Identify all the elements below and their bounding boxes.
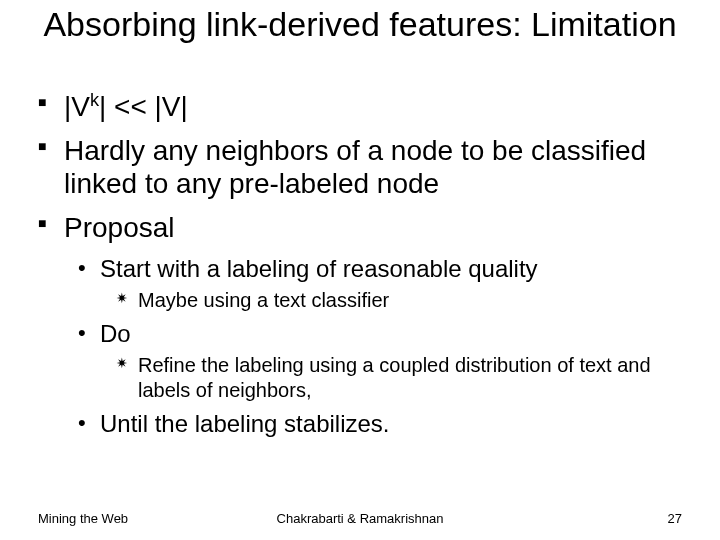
bullet-3b1-text: Refine the labeling using a coupled dist… — [138, 354, 651, 401]
bullet-1-text-post: | << |V| — [99, 91, 188, 122]
bullet-2-text: Hardly any neighbors of a node to be cla… — [64, 135, 646, 200]
bullet-3a1-text: Maybe using a text classifier — [138, 289, 389, 311]
bullet-3a1: Maybe using a text classifier — [116, 288, 682, 313]
bullet-3-text: Proposal — [64, 212, 175, 243]
bullet-3: Proposal — [38, 211, 682, 245]
footer: Mining the Web Chakrabarti & Ramakrishna… — [0, 511, 720, 526]
footer-left: Mining the Web — [38, 511, 128, 526]
bullet-3a-text: Start with a labeling of reasonable qual… — [100, 255, 538, 282]
slide-title: Absorbing link-derived features: Limitat… — [0, 6, 720, 43]
bullet-3c: Until the labeling stabilizes. — [78, 409, 682, 439]
bullet-1-sup: k — [90, 90, 99, 110]
slide: Absorbing link-derived features: Limitat… — [0, 0, 720, 540]
bullet-2: Hardly any neighbors of a node to be cla… — [38, 134, 682, 201]
bullet-1: |Vk| << |V| — [38, 90, 682, 124]
bullet-3a: Start with a labeling of reasonable qual… — [78, 254, 682, 284]
slide-body: |Vk| << |V| Hardly any neighbors of a no… — [38, 90, 682, 443]
bullet-3b1: Refine the labeling using a coupled dist… — [116, 353, 682, 403]
bullet-3b: Do — [78, 319, 682, 349]
footer-right: 27 — [668, 511, 682, 526]
bullet-3b-text: Do — [100, 320, 131, 347]
bullet-3c-text: Until the labeling stabilizes. — [100, 410, 390, 437]
bullet-1-text-pre: |V — [64, 91, 90, 122]
